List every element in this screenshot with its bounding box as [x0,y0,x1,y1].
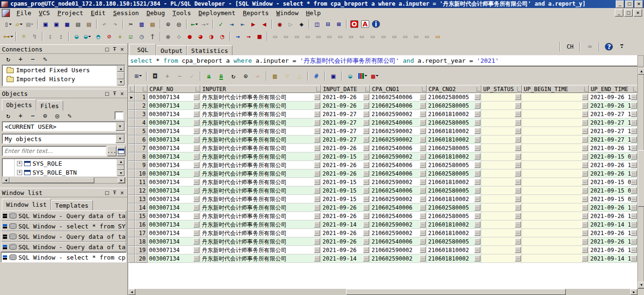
cell-ellipsis-button[interactable]: ... [474,221,480,228]
scroll-up-button[interactable] [117,66,124,72]
cell-cno2[interactable]: 210602580005... [427,169,481,178]
cell-ellipsis-button[interactable]: ... [363,170,369,177]
cell-inputer[interactable]: 丹东新时代会计师事务所有限公司... [200,169,321,178]
cell-ellipsis-button[interactable]: ... [474,213,480,219]
menu-item-window[interactable]: Window [272,9,302,17]
cell-ellipsis-button[interactable]: ... [363,196,369,202]
cell-begin[interactable]: ... [522,127,589,135]
find-next-button[interactable]: ◎ [173,19,184,29]
cell-ellipsis-button[interactable]: ... [631,94,637,100]
maximize-window-button[interactable]: □ [625,0,634,8]
cell-inputer[interactable]: 丹东新时代会计师事务所有限公司... [200,237,321,246]
cell-ellipsis-button[interactable]: ... [193,187,199,194]
cell-ellipsis-button[interactable]: ... [474,170,480,177]
cell-ellipsis-button[interactable]: ... [314,119,320,126]
syntax-check-button[interactable]: ✓ [215,19,226,29]
tile-vertical-button[interactable]: ⊞ [333,19,344,29]
cell-ellipsis-button[interactable]: ... [363,213,369,219]
cell-ellipsis-button[interactable]: ... [420,213,426,219]
fetch-next-page-button[interactable]: ⇊ [203,70,215,82]
cell-date[interactable]: 2021-09-26... [321,246,370,254]
toolbar-overflow-button[interactable]: ▾ [616,42,627,52]
row-selector[interactable] [128,195,135,203]
row-number[interactable]: 10 [135,169,148,178]
menu-item-file[interactable]: File [13,9,35,17]
cell-ellipsis-button[interactable]: ... [515,111,521,117]
export-grid-button[interactable]: ▦ [369,70,381,82]
cell-date[interactable]: 2021-09-14... [321,220,370,229]
cell-cno1[interactable]: 210602540006... [370,203,427,212]
cell-ellipsis-button[interactable]: ... [515,128,521,134]
menu-item-vcs[interactable]: VCS [35,9,53,17]
expand-icon[interactable]: + [17,161,22,166]
cell-ellipsis-button[interactable]: ... [363,111,369,117]
cell-begin[interactable]: ... [522,144,589,152]
cell-ellipsis-button[interactable]: ... [582,179,588,185]
cell-ellipsis-button[interactable]: ... [515,102,521,109]
cell-ellipsis-button[interactable]: ... [474,162,480,168]
cell-ellipsis-button[interactable]: ... [631,170,637,177]
cell-ellipsis-button[interactable]: ... [420,187,426,194]
pin-panel-button[interactable]: Ŧ [111,91,118,97]
cell-ellipsis-button[interactable]: ... [631,213,637,219]
save-button[interactable]: ▣ [40,19,51,29]
help-button[interactable]: ? [603,42,614,52]
cell-status[interactable]: ... [481,161,522,169]
cell-ellipsis-button[interactable]: ... [193,145,199,151]
cell-status[interactable]: ... [481,93,522,101]
cell-end[interactable]: 2021-09-14 14... [589,254,637,263]
prev-modification-button[interactable]: ◀ [259,19,270,29]
row-number[interactable]: 19 [135,246,148,254]
cell-ellipsis-button[interactable]: ... [474,179,480,185]
cell-ellipsis-button[interactable]: ... [582,213,588,219]
row-selector[interactable] [128,237,135,246]
record-macro-button[interactable]: ◉ [274,19,285,29]
cell-cpaf[interactable]: 003007134... [148,118,200,127]
cell-cno2[interactable]: 210602580005... [427,93,481,101]
scroll-left-button[interactable] [2,177,9,183]
cell-ellipsis-button[interactable]: ... [474,196,480,202]
cell-ellipsis-button[interactable]: ... [363,179,369,185]
cell-cno1[interactable]: 210602590002... [370,254,427,263]
unindent-button[interactable]: ⇤ [237,19,248,29]
scroll-thumb[interactable] [9,177,94,183]
editor-scrollbar[interactable] [637,55,644,67]
scroll-thumb[interactable] [117,72,124,79]
cell-date[interactable]: 2021-09-26... [321,101,370,110]
column-header-inputer[interactable]: INPUTER [200,85,321,93]
cell-ellipsis-button[interactable]: ... [314,145,320,151]
tab-window-list[interactable]: Window list [2,199,51,210]
cell-status[interactable]: ... [481,178,522,186]
cell-ellipsis-button[interactable]: ... [474,187,480,194]
cell-ellipsis-button[interactable]: ... [582,196,588,202]
cell-ellipsis-button[interactable]: ... [631,238,637,244]
cell-cpaf[interactable]: 003007134... [148,246,200,254]
cell-ellipsis-button[interactable]: ... [363,255,369,261]
cell-end[interactable]: 2021-09-27 10... [589,118,637,127]
cell-ellipsis-button[interactable]: ... [474,128,480,134]
column-header-status[interactable]: UP_STATUS [481,85,522,93]
cell-cpaf[interactable]: 003007134... [148,110,200,118]
cell-ellipsis-button[interactable]: ... [515,196,521,202]
window-list-item[interactable]: SQL Window - Query data of ta [1,242,126,252]
cell-ellipsis-button[interactable]: ... [314,238,320,244]
find-object-button[interactable]: ⊙ [40,110,50,121]
to-do-list-button[interactable]: ☑ [125,31,136,42]
cell-date[interactable]: 2021-09-15... [321,186,370,195]
cell-ellipsis-button[interactable]: ... [515,170,521,177]
minimize-window-button[interactable]: _ [616,0,624,8]
scroll-up-button[interactable] [638,68,644,75]
cell-ellipsis-button[interactable]: ... [474,230,480,236]
cell-begin[interactable]: ... [522,118,589,127]
scroll-thumb[interactable] [638,150,644,207]
chart-window-button[interactable] [356,70,369,82]
cell-ellipsis-button[interactable]: ... [193,136,199,143]
cell-begin[interactable]: ... [522,101,589,110]
pdf-export-button[interactable]: A [360,19,371,29]
cell-ellipsis-button[interactable]: ... [582,136,588,143]
row-number[interactable]: 3 [135,110,148,118]
cell-ellipsis-button[interactable]: ... [582,153,588,160]
column-header-cno2[interactable]: CPA_CNO2 [427,85,481,93]
cell-inputer[interactable]: 丹东新时代会计师事务所有限公司... [200,110,321,118]
cell-ellipsis-button[interactable]: ... [420,255,426,261]
